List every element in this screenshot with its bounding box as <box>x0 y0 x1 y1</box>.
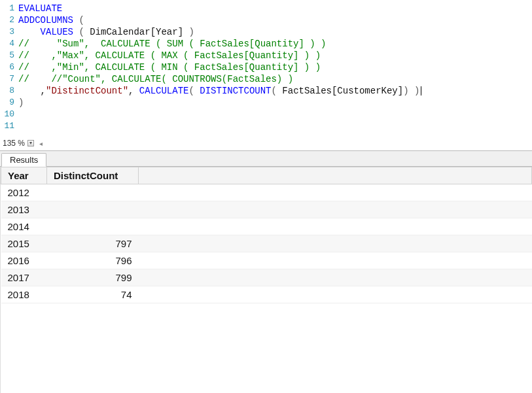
cell-distinctcount[interactable] <box>47 184 139 201</box>
table-row[interactable]: 2015797 <box>1 235 532 252</box>
table-row[interactable]: 2012 <box>1 184 532 201</box>
text-cursor-icon <box>421 86 421 95</box>
cell-year[interactable]: 2017 <box>1 269 47 286</box>
code-content[interactable]: EVALUATE <box>18 3 532 14</box>
code-line[interactable]: 5// ,"Max", CALCULATE ( MAX ( FactSales[… <box>0 50 532 61</box>
cell-year[interactable]: 2015 <box>1 235 47 252</box>
code-line[interactable]: 9) <box>0 97 532 109</box>
code-line[interactable]: 1EVALUATE <box>0 3 532 14</box>
line-number: 8 <box>0 85 18 97</box>
code-content[interactable]: // "Sum", CALCULATE ( SUM ( FactSales[Qu… <box>18 38 532 50</box>
code-content[interactable]: ADDCOLUMNS ( <box>18 14 532 26</box>
cell-year[interactable]: 2018 <box>1 286 47 303</box>
code-content[interactable] <box>18 120 532 132</box>
code-line[interactable]: 2ADDCOLUMNS ( <box>0 14 532 26</box>
cell-year[interactable]: 2016 <box>1 252 47 269</box>
cell-distinctcount[interactable] <box>47 201 139 218</box>
cell-year[interactable]: 2013 <box>1 201 47 218</box>
column-header-distinctcount[interactable]: DistinctCount <box>47 167 139 184</box>
cell-distinctcount[interactable]: 74 <box>47 286 139 303</box>
cell-distinctcount[interactable] <box>47 218 139 235</box>
line-number: 4 <box>0 38 18 50</box>
cell-year[interactable]: 2012 <box>1 184 47 201</box>
zoom-value: 135 % <box>3 139 25 148</box>
line-number: 9 <box>0 97 18 109</box>
code-content[interactable]: VALUES ( DimCalendar[Year] ) <box>18 26 532 38</box>
code-line[interactable]: 6// ,"Min", CALCULATE ( MIN ( FactSales[… <box>0 61 532 73</box>
table-row[interactable]: 2014 <box>1 218 532 235</box>
cell-empty <box>139 184 532 201</box>
results-table: Year DistinctCount 201220132014201579720… <box>1 167 532 303</box>
line-number: 10 <box>0 109 18 120</box>
line-number: 7 <box>0 73 18 85</box>
code-content[interactable]: ) <box>18 97 532 109</box>
cell-distinctcount[interactable]: 796 <box>47 252 139 269</box>
results-tabstrip: Results <box>0 151 532 167</box>
results-grid[interactable]: Year DistinctCount 201220132014201579720… <box>0 167 532 393</box>
code-line[interactable]: 4// "Sum", CALCULATE ( SUM ( FactSales[Q… <box>0 38 532 50</box>
cell-empty <box>139 218 532 235</box>
cell-empty <box>139 201 532 218</box>
cell-year[interactable]: 2014 <box>1 218 47 235</box>
table-row[interactable]: 2013 <box>1 201 532 218</box>
code-content[interactable] <box>18 109 532 120</box>
cell-empty <box>139 235 532 252</box>
results-pane: Results Year DistinctCount 2012201320142… <box>0 150 532 393</box>
line-number: 3 <box>0 26 18 38</box>
line-number: 11 <box>0 120 18 132</box>
line-number: 6 <box>0 61 18 73</box>
column-header-empty <box>139 167 532 184</box>
code-editor[interactable]: 1EVALUATE2ADDCOLUMNS (3 VALUES ( DimCale… <box>0 0 532 135</box>
table-row[interactable]: 2017799 <box>1 269 532 286</box>
code-line[interactable]: 11 <box>0 120 532 132</box>
cell-empty <box>139 269 532 286</box>
code-line[interactable]: 8 ,"DistinctCount", CALCULATE( DISTINCTC… <box>0 85 532 97</box>
table-row[interactable]: 201874 <box>1 286 532 303</box>
zoom-left-arrow-icon[interactable]: ◂ <box>39 140 43 147</box>
cell-distinctcount[interactable]: 797 <box>47 235 139 252</box>
zoom-dropdown-icon[interactable]: ▾ <box>27 140 34 146</box>
code-line[interactable]: 3 VALUES ( DimCalendar[Year] ) <box>0 26 532 38</box>
table-row[interactable]: 2016796 <box>1 252 532 269</box>
column-header-year[interactable]: Year <box>1 167 47 184</box>
code-content[interactable]: // ,"Min", CALCULATE ( MIN ( FactSales[Q… <box>18 61 532 73</box>
code-content[interactable]: // ,"Max", CALCULATE ( MAX ( FactSales[Q… <box>18 50 532 61</box>
code-content[interactable]: ,"DistinctCount", CALCULATE( DISTINCTCOU… <box>18 85 532 97</box>
code-line[interactable]: 7// //"Count", CALCULATE( COUNTROWS(Fact… <box>0 73 532 85</box>
line-number: 2 <box>0 14 18 26</box>
code-line[interactable]: 10 <box>0 109 532 120</box>
line-number: 5 <box>0 50 18 61</box>
tab-results[interactable]: Results <box>1 153 46 167</box>
cell-empty <box>139 286 532 303</box>
cell-distinctcount[interactable]: 799 <box>47 269 139 286</box>
code-content[interactable]: // //"Count", CALCULATE( COUNTROWS(FactS… <box>18 73 532 85</box>
line-number: 1 <box>0 3 18 14</box>
cell-empty <box>139 252 532 269</box>
zoom-bar: 135 % ▾ ◂ <box>0 135 532 150</box>
